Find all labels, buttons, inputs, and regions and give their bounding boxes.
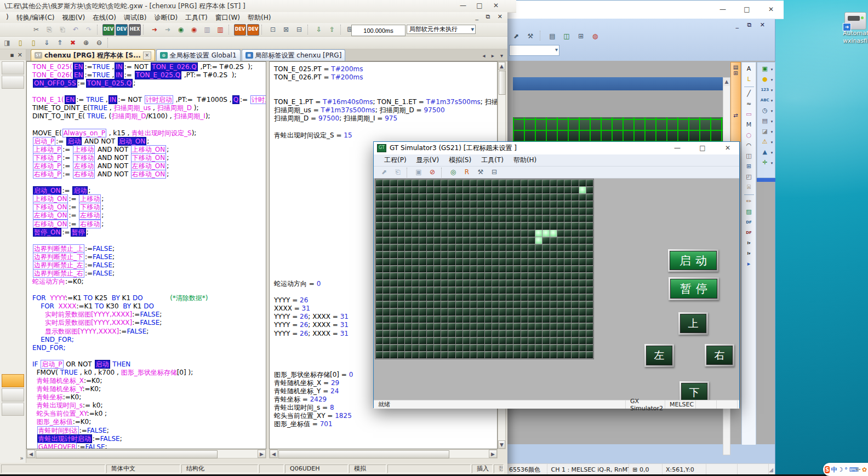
object-tool-icon[interactable]: ABC [760,96,770,105]
toolbar-icon[interactable]: ➜ [149,24,161,36]
scroll-up-icon[interactable]: ▲ [498,62,505,70]
toolbar-icon[interactable]: ⊘ [426,167,438,178]
toolbar-icon[interactable]: ⚒ [475,167,487,178]
maximize-icon[interactable]: □ [694,142,711,153]
chevron-down-icon[interactable]: ▾ [771,161,773,165]
gt-designer-grid-canvas[interactable] [513,117,723,142]
code-line[interactable]: 边界判断禁止_左:=FALSE; [32,261,115,269]
toolbar-icon[interactable]: ◰ [744,173,755,182]
scrollbar-thumb[interactable] [36,450,218,458]
code-line[interactable]: FOR YYYY:=K1 TO K25 BY K1 DO (*清除数据*) [32,294,208,302]
chevron-down-icon[interactable]: ▾ [771,119,773,124]
object-tool-icon[interactable]: ◷ [760,106,770,116]
code-line[interactable]: FMOV( TRUE , k0 , k700 , 图形_形状坐标存储[0] ); [32,369,193,377]
sim-button-start[interactable]: 启动 [668,249,718,272]
code-line[interactable]: 蛇运动方向:=K0; [32,278,84,286]
ime-icon[interactable]: ✿ [862,466,867,473]
toolbar-icon[interactable]: ◫ [744,152,755,161]
document-tab[interactable]: STchenxu [PRG] 程序本体 [S...✕ [31,49,155,61]
toolbar-icon[interactable]: ✏ [744,197,755,207]
code-line[interactable]: ON_OFF0_5S:=TON_E_025.Q; [32,79,135,88]
menu-item[interactable]: 工程(P) [379,154,412,166]
chevron-down-icon[interactable]: ▾ [771,88,773,93]
scrollbar-thumb[interactable] [278,450,449,458]
ime-icon[interactable]: ✛ [856,466,861,473]
toolbar-icon[interactable]: I▾ [744,249,755,259]
toolbar-icon[interactable]: ▯ [14,37,26,49]
toolbar-icon[interactable]: ⇧ [326,24,338,36]
toolbar-icon[interactable]: ╱ [744,89,755,99]
toolbar-icon[interactable]: ◫ [561,31,573,42]
toolbar-icon[interactable]: ▭ [744,110,755,119]
gt-designer-titlebar[interactable]: — □ ✕ [506,1,784,19]
toolbar-icon[interactable]: ▨ [744,208,755,217]
menu-item[interactable]: 显示(V) [412,154,444,166]
st-code-editor[interactable]: TON_E_025(EN:=TRUE ,IN:= NOT TON_E_026.Q… [26,61,266,449]
chevron-down-icon[interactable]: ▾ [771,67,773,72]
code-line[interactable]: 蛇头当前位置_XY:=k0 ; [32,410,107,418]
object-tool-icon[interactable]: ● [760,75,770,84]
gt-simulator-titlebar[interactable]: GT GT Simulator3 (GS21) [工程标题未设置 ] — □ ✕ [374,142,739,154]
menu-item[interactable]: 诊断(D) [150,12,181,24]
toolbar-icon[interactable]: HEX [129,24,141,36]
menu-item[interactable]: 调试(B) [120,12,151,24]
ime-icon[interactable]: S [825,466,830,473]
tab-scroll-arrows[interactable]: ◂ ▸ ▾ [483,53,505,59]
toolbar-icon[interactable]: ◉ [188,24,200,36]
toolbar-icon[interactable]: ✖ [67,37,79,49]
code-line[interactable]: 青蛙随机坐标_X:=K0; [32,377,102,385]
dock-bar-active[interactable] [2,374,24,387]
toolbar-icon[interactable]: ▸ [744,260,755,269]
gx-titlebar[interactable]: \工程\其他公共\俄罗斯方块\贪吃蛇\贪吃蛇.gxw - [chenxu [PR… [0,0,516,13]
minimize-icon[interactable]: — [455,0,471,11]
chevron-down-icon[interactable]: ▾ [771,78,773,82]
toolbar-icon[interactable]: ➜ [162,24,174,36]
resize-grip-icon[interactable]: ◢ [769,467,775,473]
toolbar-icon[interactable]: ⊟ [293,24,305,36]
toolbar-icon[interactable]: ◠ [744,141,755,151]
toolbar-icon[interactable]: ▥ [201,24,213,36]
toolbar-icon[interactable]: ⇑ [54,37,66,49]
code-line[interactable]: DINT_TO_INT_E( TRUE, (扫描周期_D/K100) , 扫描周… [32,112,210,121]
sim-button-left[interactable]: 左 [644,344,674,367]
code-line[interactable]: 左移动_ON:= 左移动; [32,211,104,220]
minimize-icon[interactable]: — [669,142,686,153]
toolbar-icon[interactable]: L [744,75,755,84]
library-swap-icon[interactable]: ⇄ [731,112,740,118]
document-tab[interactable]: ◍全局标签设置 Global1 [156,49,241,61]
code-line[interactable]: IF 启动_P OR NOT 启动 THEN [32,360,130,369]
toolbar-icon[interactable]: M [744,121,755,130]
scroll-right-icon[interactable]: ▶ [489,450,497,458]
toolbar-icon[interactable]: ≈ [744,100,755,109]
toolbar-icon[interactable]: DEV [116,24,128,36]
code-line[interactable]: 启动_P:= 启动 AND NOT 启动_ON; [32,137,149,146]
code-line[interactable]: GAMEOVER:=FALSE; [32,443,107,449]
sim-caption-buttons[interactable]: — □ ✕ [669,142,736,153]
toolbar-icon[interactable]: DEV [234,24,246,36]
toolbar-icon[interactable]: ⊟ [488,167,500,178]
code-line[interactable]: 下移动_ON:= 下移动; [32,203,104,211]
sim-button-up[interactable]: 上 [678,312,708,335]
toolbar-icon[interactable]: ⚒ [524,31,536,42]
scroll-left-icon[interactable]: ◀ [270,450,278,458]
menu-item[interactable]: 视图(V) [58,12,89,24]
menu-item[interactable]: 工具(T) [181,12,212,24]
toolbar-icon[interactable]: I▾ [744,239,755,248]
code-line[interactable]: END_FOR; [32,344,66,352]
chevron-down-icon[interactable]: ▾ [771,99,773,103]
code-line[interactable]: 边界判断禁止_上:=FALSE; [32,245,115,253]
toolbar-icon[interactable]: ↶ [70,24,82,36]
code-line[interactable]: 下移动_P:= 下移动 AND NOT 下移动_ON; [32,154,169,162]
code-line[interactable]: 左移动_P:= 左移动 AND NOT 左移动_ON; [32,162,169,170]
gx-navigation-dock[interactable]: ▪✕ » [0,49,26,463]
code-line[interactable]: TON_E_025(EN:=TRUE ,IN:= NOT TON_E_026.Q… [32,63,253,71]
menu-item[interactable]: 转换/编译(C) [13,12,59,24]
toolbar-icon[interactable]: A [744,65,755,74]
toolbar-icon[interactable]: ◎ [447,167,459,178]
toolbar-icon[interactable]: DF [744,228,755,238]
minimize-icon[interactable]: — [715,4,731,15]
code-line[interactable]: 右移动_ON:= 右移动; [32,220,104,228]
sim-button-pause[interactable]: 暂停 [669,277,719,300]
scroll-up-icon[interactable]: ▲ [723,78,730,86]
object-tool-icon[interactable]: ▣ [760,65,770,74]
